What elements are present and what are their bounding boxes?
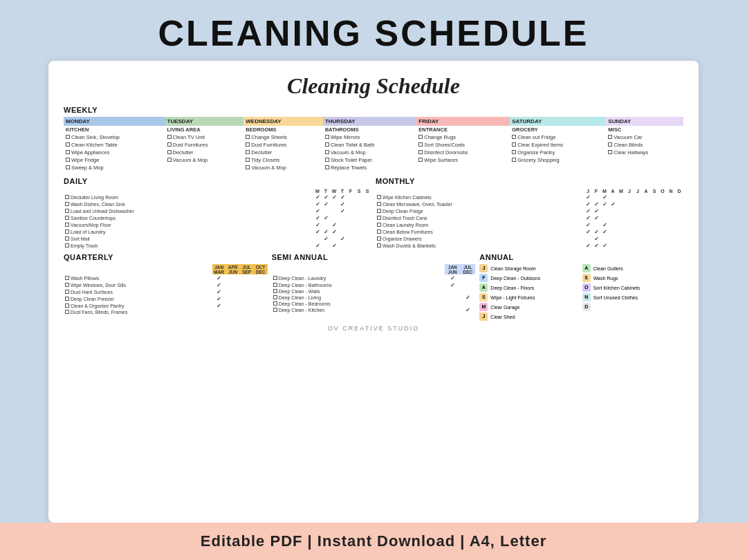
checkbox[interactable]	[418, 158, 423, 162]
quarterly-check	[226, 295, 240, 302]
checkbox[interactable]	[273, 283, 277, 287]
monthly-check	[609, 228, 617, 235]
monthly-check	[642, 194, 650, 200]
checkbox[interactable]	[65, 195, 69, 199]
checkbox[interactable]	[418, 150, 423, 154]
checkbox[interactable]	[66, 158, 70, 162]
semi-row: Deep Clean - Walls	[272, 288, 476, 294]
checkbox[interactable]	[325, 135, 329, 139]
checkbox[interactable]	[65, 230, 69, 234]
checkbox[interactable]	[273, 295, 277, 299]
monthly-month-col: J	[625, 188, 634, 194]
checkbox[interactable]	[418, 142, 423, 147]
monthly-task: Wash Duvets & Blankets	[376, 242, 584, 249]
checkbox[interactable]	[273, 308, 277, 312]
monthly-check: ✓	[592, 235, 600, 242]
checkbox[interactable]	[65, 310, 69, 314]
checkbox[interactable]	[377, 195, 381, 199]
quarterly-check	[226, 309, 240, 315]
monthly-check: ✓	[600, 221, 609, 228]
checkbox[interactable]	[65, 304, 69, 308]
checkbox[interactable]	[246, 158, 250, 162]
checkbox[interactable]	[65, 276, 69, 280]
checkbox[interactable]	[167, 135, 172, 139]
checkbox[interactable]	[65, 297, 69, 301]
checkbox[interactable]	[377, 223, 381, 227]
checkbox[interactable]	[325, 150, 329, 154]
daily-check	[355, 242, 363, 249]
checkbox[interactable]	[608, 142, 612, 147]
monthly-row: Disinfect Trash Cans✓✓	[376, 214, 683, 221]
monthly-check: ✓	[584, 242, 592, 249]
checkbox[interactable]	[325, 158, 329, 162]
monthly-check: ✓	[592, 200, 600, 207]
checkbox[interactable]	[66, 142, 70, 147]
annual-task: Clean Gutters	[593, 266, 623, 271]
checkbox[interactable]	[246, 150, 250, 154]
checkbox[interactable]	[66, 135, 70, 139]
checkbox[interactable]	[65, 216, 69, 220]
lower-grid: QUARTERLY JANMARAPRJUNJULSEPOCTDECWash P…	[64, 253, 683, 321]
daily-task: Empty Trash	[64, 242, 313, 249]
annual-task: Sort Unused Clothes	[593, 295, 638, 300]
checkbox[interactable]	[167, 158, 172, 162]
monthly-check: ✓	[584, 207, 592, 214]
annual-letter: D	[582, 303, 591, 311]
checkbox[interactable]	[377, 209, 381, 213]
checkbox[interactable]	[65, 202, 69, 206]
monthly-check	[617, 235, 625, 242]
checkbox[interactable]	[246, 135, 250, 139]
daily-check	[355, 207, 363, 214]
checkbox[interactable]	[273, 276, 277, 280]
monthly-check	[617, 221, 625, 228]
monthly-check	[592, 194, 600, 200]
checkbox[interactable]	[273, 289, 277, 293]
monthly-check	[625, 214, 634, 221]
weekly-cell: Disinfect Doornobs	[416, 149, 510, 156]
quarterly-row: Clean & Organize Pantry✓	[64, 302, 268, 309]
checkbox[interactable]	[246, 142, 250, 147]
checkbox[interactable]	[65, 209, 69, 213]
checkbox[interactable]	[65, 223, 69, 227]
checkbox[interactable]	[512, 158, 516, 162]
checkbox[interactable]	[377, 202, 381, 206]
semi-annual-table: JANJUNJULDECDeep Clean - Laundry✓Deep Cl…	[272, 264, 476, 313]
monthly-check	[625, 228, 634, 235]
checkbox[interactable]	[273, 301, 277, 306]
daily-check	[363, 235, 371, 242]
monthly-check	[658, 194, 667, 200]
checkbox[interactable]	[608, 135, 612, 139]
weekly-day-header: FRIDAY	[416, 117, 510, 126]
checkbox[interactable]	[418, 135, 423, 139]
checkbox[interactable]	[377, 230, 381, 234]
footer-brand: OV CREATIVE STUDIO	[64, 325, 683, 332]
checkbox[interactable]	[377, 216, 381, 220]
monthly-month-col: N	[667, 188, 675, 194]
checkbox[interactable]	[377, 243, 381, 248]
checkbox[interactable]	[65, 283, 69, 287]
semi-row: Deep Clean - Laundry✓	[272, 274, 476, 281]
checkbox[interactable]	[377, 236, 381, 241]
monthly-check: ✓	[600, 200, 609, 207]
semi-check	[445, 288, 460, 294]
daily-check	[322, 242, 330, 249]
checkbox[interactable]	[167, 150, 172, 154]
checkbox[interactable]	[65, 243, 69, 248]
semi-check	[445, 301, 460, 306]
weekly-cell: Sort Shoes/Coats	[416, 141, 510, 149]
checkbox[interactable]	[66, 165, 70, 169]
weekly-day-header: THURSDAY	[323, 117, 416, 126]
daily-check: ✓	[313, 228, 322, 235]
checkbox[interactable]	[608, 150, 612, 154]
checkbox[interactable]	[65, 236, 69, 241]
checkbox[interactable]	[512, 142, 516, 147]
checkbox[interactable]	[325, 165, 329, 169]
checkbox[interactable]	[167, 142, 172, 147]
checkbox[interactable]	[512, 135, 516, 139]
checkbox[interactable]	[66, 150, 70, 154]
checkbox[interactable]	[246, 165, 250, 169]
checkbox[interactable]	[325, 142, 329, 147]
checkbox[interactable]	[512, 150, 516, 154]
weekly-cell: Stock Toilet Paper	[323, 156, 416, 164]
checkbox[interactable]	[65, 290, 69, 294]
